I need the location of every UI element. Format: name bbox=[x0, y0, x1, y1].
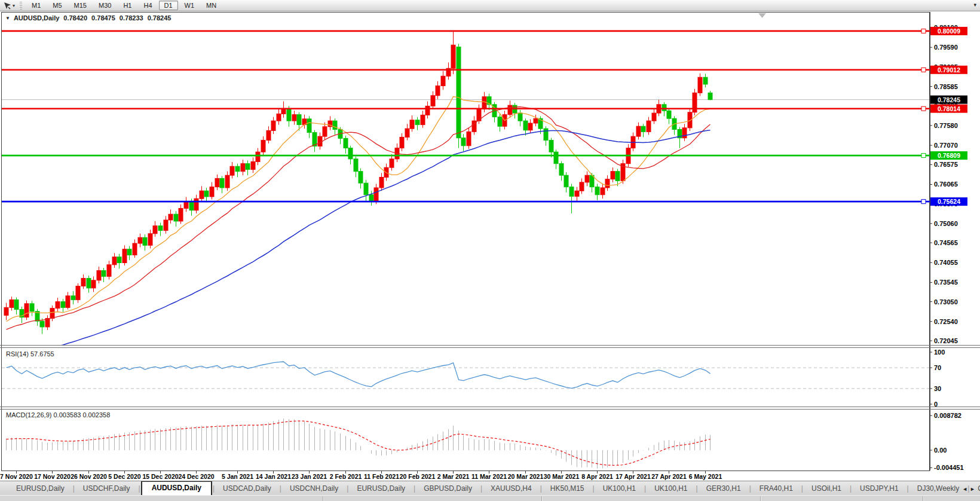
date-axis-label: 14 Jan 2021 bbox=[256, 473, 291, 480]
date-axis-label: 6 May 2021 bbox=[689, 473, 722, 480]
candle-body bbox=[662, 105, 666, 111]
level-price-tag-label: 0.78014 bbox=[938, 105, 960, 112]
candle-body bbox=[601, 188, 605, 195]
rsi-name: RSI(14) bbox=[6, 350, 29, 358]
chart-menu-icon[interactable]: ▼ bbox=[5, 16, 10, 21]
candle-body bbox=[549, 140, 553, 152]
candle-body bbox=[400, 137, 404, 148]
tab-fra40-h1[interactable]: FRA40,H1 bbox=[752, 482, 801, 495]
candle-body bbox=[215, 178, 219, 187]
candle-body bbox=[528, 123, 532, 130]
tab-usdcnh-daily[interactable]: USDCNH,Daily bbox=[282, 482, 346, 495]
rsi-axis-tick-label: 0 bbox=[934, 401, 938, 408]
candle-body bbox=[461, 138, 466, 146]
candle-body bbox=[379, 177, 384, 188]
tab-ger30-h1[interactable]: GER30,H1 bbox=[699, 482, 749, 495]
level-price-tag-label: 0.76809 bbox=[938, 152, 960, 159]
status-divider bbox=[323, 496, 323, 501]
candle-body bbox=[210, 187, 214, 197]
candle-body bbox=[605, 179, 610, 188]
candle-body bbox=[307, 119, 311, 133]
date-axis-label: 27 Apr 2021 bbox=[651, 473, 687, 480]
candle-body bbox=[523, 121, 528, 130]
level-line-handle[interactable] bbox=[921, 154, 926, 158]
tab-eurusd-daily[interactable]: EURUSD,Daily bbox=[8, 482, 72, 495]
level-line-handle[interactable] bbox=[921, 200, 926, 204]
candle-body bbox=[61, 302, 65, 308]
candle-body bbox=[421, 115, 425, 124]
date-axis-label: 7 Nov 2020 bbox=[0, 473, 33, 480]
candle-body bbox=[71, 296, 75, 300]
date-axis-label: 17 Nov 2020 bbox=[34, 473, 71, 480]
date-axis-label: 17 Apr 2021 bbox=[615, 473, 651, 480]
candle-body bbox=[344, 138, 348, 148]
level-line-handle[interactable] bbox=[921, 106, 926, 111]
status-divider bbox=[760, 496, 761, 501]
candle-body bbox=[246, 164, 250, 170]
candle-body bbox=[636, 126, 641, 136]
tab-audusd-daily[interactable]: AUDUSD,Daily bbox=[141, 481, 212, 495]
date-axis-label: 11 Mar 2021 bbox=[471, 473, 507, 480]
level-price-tag-label: 0.80009 bbox=[938, 28, 960, 35]
candle-body bbox=[281, 109, 286, 114]
candle-body bbox=[508, 105, 512, 115]
tab-xauusd-h4[interactable]: XAUUSD,H4 bbox=[483, 482, 540, 495]
candle-body bbox=[611, 172, 615, 179]
candle-body bbox=[595, 187, 599, 195]
date-axis-label: 2 Feb 2021 bbox=[330, 473, 362, 480]
candle-body bbox=[374, 188, 378, 200]
price-axis-tick-label: 0.77070 bbox=[934, 142, 958, 149]
candle-body bbox=[518, 113, 522, 121]
tab-usdchf-daily[interactable]: USDCHF,Daily bbox=[75, 482, 138, 495]
candle-body bbox=[580, 182, 584, 191]
status-strip bbox=[0, 495, 980, 501]
tab-separator: | bbox=[138, 484, 141, 495]
price-axis-tick-label: 0.79590 bbox=[934, 44, 958, 51]
tab-scroll-right-icon[interactable]: ► bbox=[970, 486, 978, 492]
candle-body bbox=[564, 175, 568, 187]
price-axis-tick-label: 0.74565 bbox=[934, 239, 958, 246]
level-line-handle[interactable] bbox=[921, 29, 926, 33]
tab-usoil-h1[interactable]: USOil,H1 bbox=[804, 482, 849, 495]
level-line-handle[interactable] bbox=[921, 68, 926, 72]
chart-symbol: AUDUSD,Daily bbox=[14, 14, 59, 22]
tab-hk50-m15[interactable]: HK50,M15 bbox=[543, 482, 592, 495]
candle-body bbox=[56, 302, 60, 308]
candle-body bbox=[431, 96, 435, 106]
ohlc-open: 0.78420 bbox=[63, 14, 87, 22]
candle-body bbox=[179, 208, 183, 221]
candle-body bbox=[467, 132, 471, 145]
rsi-axis-tick-label: 30 bbox=[934, 385, 941, 392]
candle-body bbox=[405, 129, 409, 137]
status-divider bbox=[923, 496, 923, 501]
price-axis-tick-label: 0.72045 bbox=[934, 337, 958, 344]
date-axis-label: 2 Mar 2021 bbox=[437, 473, 470, 480]
candle-body bbox=[122, 249, 127, 263]
candle-body bbox=[698, 77, 702, 93]
candle-body bbox=[189, 201, 194, 210]
tab-usdjpy-h1[interactable]: USDJPY,H1 bbox=[852, 482, 906, 495]
candle-body bbox=[482, 97, 486, 109]
candle-body bbox=[4, 307, 8, 315]
candle-body bbox=[559, 164, 564, 176]
tab-usdcad-daily[interactable]: USDCAD,Daily bbox=[215, 482, 279, 495]
tab-gbpusd-daily[interactable]: GBPUSD,Daily bbox=[416, 482, 480, 495]
tab-eurusd-daily[interactable]: EURUSD,Daily bbox=[349, 482, 413, 495]
tab-dj30-weekly[interactable]: DJ30,Weekly bbox=[909, 482, 967, 495]
candle-body bbox=[143, 237, 147, 245]
tab-uk100-h1[interactable]: UK100,H1 bbox=[595, 482, 644, 495]
tab-scroll-left-icon[interactable]: ◄ bbox=[962, 486, 970, 492]
chart-area: 0.801000.795900.790850.785850.780800.775… bbox=[0, 0, 980, 481]
macd-name: MACD(12,26,9) bbox=[6, 411, 51, 418]
date-axis-label: 20 Mar 2021 bbox=[508, 473, 544, 480]
candle-body bbox=[81, 279, 85, 286]
candle-body bbox=[544, 129, 548, 140]
level-price-tag-label: 0.75624 bbox=[938, 198, 960, 205]
tab-uk100-h1[interactable]: UK100,H1 bbox=[647, 482, 695, 495]
candle-body bbox=[410, 120, 414, 129]
candle-body bbox=[194, 198, 198, 210]
macd-signal-value: 0.002358 bbox=[82, 411, 110, 418]
candle-body bbox=[415, 120, 419, 125]
candle-body bbox=[267, 130, 271, 140]
price-axis-tick-label: 0.72540 bbox=[934, 318, 958, 325]
